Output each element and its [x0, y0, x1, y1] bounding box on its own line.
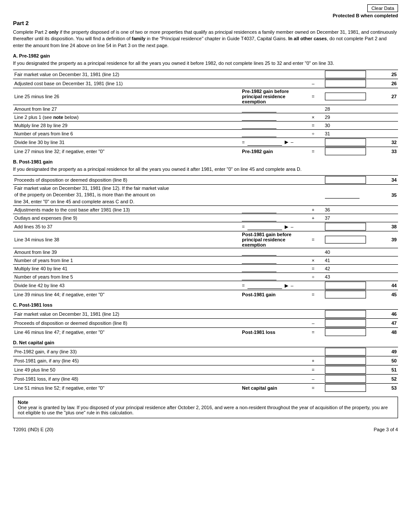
row34-num: 34 [377, 175, 398, 184]
row27-input[interactable] [325, 93, 366, 100]
row52-input[interactable] [325, 375, 366, 383]
row38-right-input[interactable] [325, 223, 366, 231]
row36-label: Adjustments made to the cost base after … [13, 206, 241, 214]
row43-mid [241, 273, 303, 281]
row33-input[interactable] [325, 147, 366, 155]
footer: T2091 (IND) E (20) Page 3 of 4 [13, 427, 398, 432]
row44-box [324, 281, 377, 290]
row43-label: Number of years from line 5 [13, 273, 241, 281]
row34-input[interactable] [325, 176, 366, 184]
row31-num-cell: 31 [324, 129, 377, 138]
note-title: Note [18, 400, 28, 405]
row39-op: = [303, 231, 324, 248]
row47-input[interactable] [325, 319, 366, 327]
row50-num: 50 [377, 356, 398, 365]
row30-input[interactable] [242, 122, 276, 129]
section-d-title: D. Net capital gain [13, 340, 398, 345]
row53-op: = [303, 384, 324, 393]
row50-label: Post-1981 gain, if any (line 45) [13, 356, 241, 365]
row30-mid [241, 121, 303, 129]
row44-right-input[interactable] [325, 282, 366, 289]
table-row: Pre-1982 gain, if any (line 33) 49 [13, 347, 398, 356]
row32-mid: = ▶ – [241, 138, 303, 147]
row32-op [303, 138, 324, 147]
row29-op: × [303, 113, 324, 121]
row44-input[interactable] [247, 282, 282, 289]
row51-input[interactable] [325, 366, 366, 374]
row32-input[interactable] [247, 139, 282, 146]
row45-input[interactable] [325, 291, 366, 298]
table-row: Fair market value on December 31, 1981 (… [13, 184, 398, 205]
row44-mid: = ▶ – [241, 281, 303, 290]
row37-input[interactable] [242, 215, 276, 221]
row53-input[interactable] [325, 384, 366, 392]
row39-input[interactable] [325, 236, 366, 244]
row49-box [324, 347, 377, 356]
row38-mid: = ▶ – [241, 222, 303, 231]
row32-box [324, 138, 377, 147]
row41-num-cell: 41 [324, 256, 377, 265]
row37-num-cell: 37 [324, 214, 377, 222]
row25-mid [241, 70, 303, 79]
row32-label: Divide line 30 by line 31 [13, 138, 241, 147]
row50-box [324, 356, 377, 365]
row38-input[interactable] [247, 223, 282, 230]
row35-input[interactable] [325, 192, 360, 199]
row51-num: 51 [377, 365, 398, 375]
table-row: Line 49 plus line 50 = 51 [13, 365, 398, 375]
row46-input[interactable] [325, 310, 366, 318]
row41-input[interactable] [242, 257, 276, 264]
row49-input[interactable] [325, 348, 366, 356]
row44-label: Divide line 42 by line 43 [13, 281, 241, 290]
table-row: Post-1981 loss, if any (line 48) – 52 [13, 375, 398, 384]
row32-num: 32 [377, 138, 398, 147]
clear-data-button[interactable]: Clear Data [367, 4, 398, 12]
row48-label: Line 46 minus line 47; if negative, ente… [13, 328, 241, 337]
row25-input[interactable] [325, 71, 366, 78]
row51-box [324, 365, 377, 375]
row50-mid [241, 356, 303, 365]
row26-mid [241, 79, 303, 88]
row33-mid: Pre-1982 gain [241, 147, 303, 156]
section-b-intro: If you designated the property as a prin… [13, 166, 398, 173]
table-row: Multiply line 28 by line 29 = 30 [13, 121, 398, 129]
row42-label: Multiply line 40 by line 41 [13, 265, 241, 273]
row29-input[interactable] [242, 114, 276, 121]
table-row: Line 25 minus line 26 Pre-1982 gain befo… [13, 88, 398, 105]
protected-b-label: Protected B when completed [13, 13, 398, 18]
row45-mid: Post-1981 gain [241, 290, 303, 299]
section-a-table: Fair market value on December 31, 1981 (… [13, 70, 398, 156]
row36-num-cell: 36 [324, 206, 377, 214]
row28-input[interactable] [242, 106, 276, 112]
table-row: Number of years from line 6 ÷ 31 [13, 129, 398, 138]
row40-input[interactable] [242, 249, 276, 256]
row48-input[interactable] [325, 328, 366, 336]
row36-input[interactable] [242, 206, 276, 213]
row48-num: 48 [377, 328, 398, 337]
row27-label: Line 25 minus line 26 [13, 88, 241, 105]
row32-right-input[interactable] [325, 138, 366, 146]
section-a-title: A. Pre-1982 gain [13, 53, 398, 58]
row26-input[interactable] [325, 80, 366, 87]
row39-mid: Post-1981 gain before principal residenc… [241, 231, 303, 248]
row52-op: – [303, 375, 324, 384]
row31-input[interactable] [242, 130, 276, 137]
row48-op: = [303, 328, 324, 337]
row41-label: Number of years from line 1 [13, 256, 241, 265]
row38-label: Add lines 35 to 37 [13, 222, 241, 231]
row51-mid [241, 365, 303, 375]
row53-num: 53 [377, 384, 398, 393]
row43-input[interactable] [242, 273, 276, 280]
top-bar: Clear Data [13, 4, 398, 12]
section-a-intro: If you designated the property as a prin… [13, 60, 398, 67]
row41-mid [241, 256, 303, 265]
row37-num [377, 214, 398, 222]
row42-input[interactable] [242, 265, 276, 272]
row29-mid [241, 113, 303, 121]
row49-mid [241, 347, 303, 356]
row41-num [377, 256, 398, 265]
row31-label: Number of years from line 6 [13, 129, 241, 138]
row45-label: Line 39 minus line 44; if negative, ente… [13, 290, 241, 299]
row42-num-cell: 42 [324, 265, 377, 273]
row50-input[interactable] [325, 357, 366, 365]
